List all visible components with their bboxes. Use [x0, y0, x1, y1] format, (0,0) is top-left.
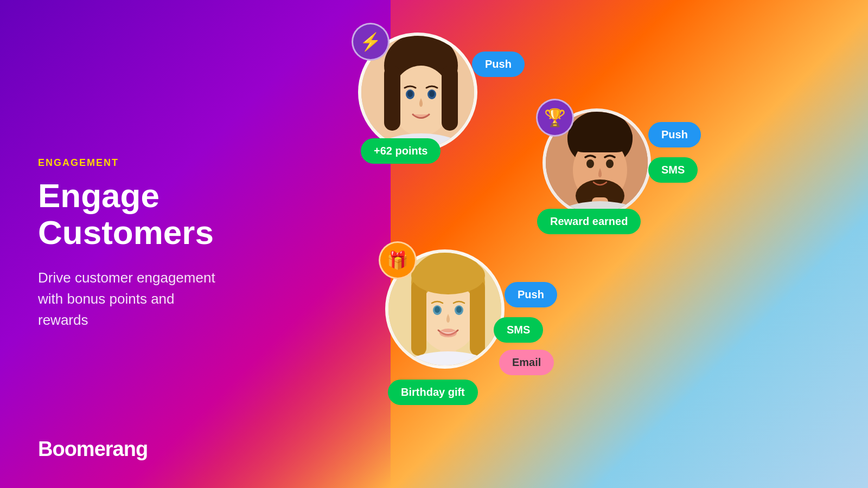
left-panel: ENGAGEMENT Engage Customers Drive custom… [0, 0, 260, 488]
svg-point-29 [435, 306, 440, 313]
svg-point-26 [411, 256, 485, 294]
pill-reward-person-2: Reward earned [537, 209, 641, 234]
svg-point-18 [606, 159, 614, 168]
svg-rect-25 [470, 280, 485, 356]
pill-sms-person-3: SMS [494, 317, 543, 343]
pill-push-person-1: Push [472, 52, 525, 77]
svg-point-9 [429, 91, 435, 97]
svg-point-17 [586, 159, 594, 168]
main-title: Engage Customers [38, 177, 222, 251]
category-label: ENGAGEMENT [38, 157, 222, 169]
pill-email-person-3: Email [499, 350, 554, 375]
emoji-badge-person-1: ⚡ [352, 23, 390, 61]
description: Drive customer engagement with bonus poi… [38, 267, 222, 331]
svg-rect-5 [442, 66, 458, 131]
pill-sms-person-2: SMS [648, 157, 698, 183]
svg-rect-24 [411, 280, 426, 356]
svg-point-8 [407, 91, 413, 97]
pill-birthday-person-3: Birthday gift [388, 380, 478, 405]
pill-push-person-2: Push [648, 122, 701, 147]
right-panel: ⚡ 🏆 🎁 Push +62 points Push SMS Reward ea… [260, 0, 868, 488]
background: ENGAGEMENT Engage Customers Drive custom… [0, 0, 868, 488]
emoji-badge-person-2: 🏆 [536, 99, 574, 137]
brand-logo: Boomerang [38, 438, 148, 461]
svg-rect-4 [384, 66, 400, 131]
emoji-badge-person-3: 🎁 [379, 241, 417, 279]
pill-push-person-3: Push [505, 282, 557, 307]
svg-point-30 [456, 306, 462, 313]
pill-points-person-1: +62 points [361, 138, 441, 164]
svg-rect-15 [567, 123, 633, 152]
